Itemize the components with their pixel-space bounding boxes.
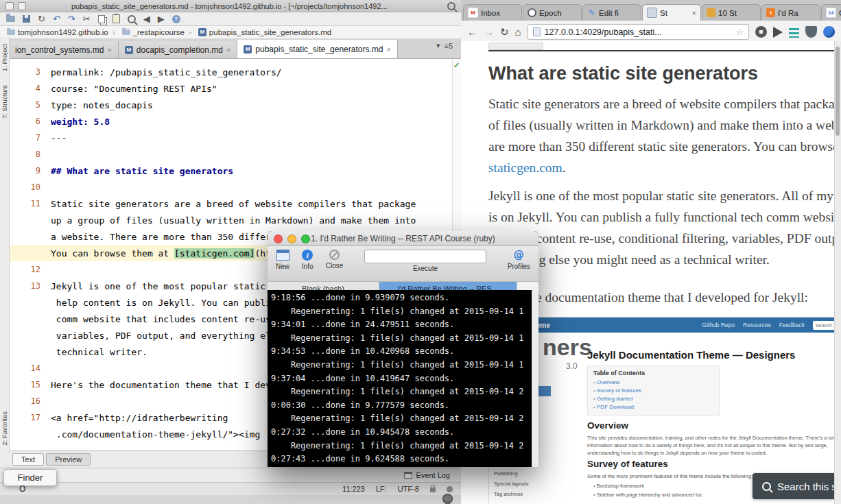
terminal-title-bar[interactable]: 1. I'd Rather Be Writing -- REST API Cou… [268, 231, 538, 246]
redo-icon[interactable]: ↷ [68, 14, 75, 23]
event-log-label[interactable]: Event Log [416, 471, 450, 479]
code-text[interactable]: course: "Documenting REST APIs" [51, 84, 217, 94]
execute-input[interactable] [364, 250, 486, 263]
inspector-icon[interactable] [447, 486, 453, 492]
embed-sidebar-item: Special layouts [489, 479, 551, 489]
line-number: 6 [9, 117, 51, 126]
forward-icon[interactable]: → [484, 27, 494, 37]
embed-overview-heading: Overview [587, 420, 628, 431]
scrollbar-thumb[interactable] [836, 47, 840, 136]
editor-tab[interactable]: pubapis_static_site_generators.md × [237, 40, 398, 58]
profiles-button[interactable]: Profiles [508, 250, 530, 270]
execute-label: Execute [413, 265, 438, 272]
lock-icon[interactable] [430, 488, 436, 492]
embed-features-heading: Survey of features [587, 459, 668, 469]
tab-close-icon[interactable]: × [107, 46, 111, 54]
caret-position[interactable]: 11:223 [342, 485, 365, 493]
undo-icon[interactable]: ↶ [53, 14, 60, 23]
terminal-scrollbar[interactable] [532, 290, 538, 467]
mode-tab[interactable]: Text [12, 453, 44, 466]
search-icon[interactable] [447, 2, 455, 10]
info-button[interactable]: Info [302, 250, 313, 270]
shield-extension-icon[interactable] [805, 26, 817, 38]
staticgen-link[interactable]: staticgen.com [488, 160, 562, 175]
sync-icon[interactable]: ↻ [38, 14, 45, 23]
editor-tab[interactable]: docapis_completion.md × [119, 41, 238, 58]
terminal-output[interactable]: 9:18:56 ...done in 9.939079 seconds. Reg… [268, 290, 532, 467]
editor-row: up a group of files (usually written in … [9, 212, 452, 228]
address-bar[interactable]: 127.0.0.1:4029/pubapis_stati... ☆ [528, 24, 749, 40]
reload-icon[interactable]: ↻ [500, 27, 509, 37]
code-text[interactable]: <a href="http://idratherbewriting [51, 413, 228, 423]
code-text[interactable]: Static site generators are a breed of we… [51, 199, 416, 209]
inspection-ok-icon[interactable] [453, 61, 460, 70]
chevron-down-icon[interactable]: ▾ [436, 41, 440, 50]
minimize-window-icon[interactable] [287, 235, 296, 243]
home-icon[interactable]: ⌂ [515, 27, 521, 37]
forward-icon[interactable]: ▶ [158, 14, 165, 23]
back-icon[interactable]: ← [467, 27, 477, 37]
tool-window-structure[interactable]: 7: Structure [1, 85, 8, 119]
cut-icon[interactable]: ✂ [83, 14, 91, 23]
back-icon[interactable]: ◀ [143, 14, 150, 23]
tool-window-favorites[interactable]: 2: Favorites [1, 411, 8, 446]
help-icon[interactable] [172, 15, 180, 23]
editor-tab[interactable]: ion_control_systems.md × [9, 41, 119, 58]
code-text[interactable]: permalink: /pubapis_static_site_generato… [51, 67, 282, 77]
paste-icon[interactable] [112, 14, 120, 23]
save-icon[interactable] [23, 15, 30, 23]
globe-icon[interactable] [442, 494, 453, 504]
copy-icon[interactable] [98, 15, 105, 23]
browser-tab[interactable]: M Inbox [463, 4, 522, 21]
tab-close-icon[interactable]: × [226, 46, 230, 54]
browser-tab[interactable]: Edit fi [582, 4, 641, 21]
line-separator[interactable]: LF: [376, 485, 387, 493]
find-icon[interactable] [128, 15, 136, 23]
browser-tab[interactable]: i I'd Ra [761, 4, 820, 21]
globe-extension-icon[interactable] [823, 26, 835, 38]
terminal-line: Regenerating: 1 file(s) changed at 2015-… [271, 332, 529, 346]
url-text[interactable]: 127.0.0.1:4029/pubapis_stati... [545, 27, 662, 37]
tab-close-icon[interactable]: × [386, 45, 390, 53]
event-log-bar: Event Log [0, 468, 461, 482]
bookmark-star-icon[interactable]: ☆ [735, 27, 744, 37]
zoom-window-icon[interactable] [301, 235, 310, 243]
code-text[interactable]: weight: 5.8 [51, 117, 110, 127]
code-text[interactable]: up a group of files (usually written in … [51, 215, 416, 226]
editor-row: 7 --- [9, 130, 452, 146]
code-text[interactable]: .com/documentation-theme-jekyll/"><img [51, 429, 260, 440]
close-button[interactable]: Close [326, 250, 344, 269]
close-window-icon[interactable] [274, 235, 283, 243]
open-folder-icon[interactable] [6, 16, 15, 22]
tab-close-icon[interactable]: × [692, 9, 696, 17]
tool-window-project[interactable]: 1: Project [1, 44, 8, 71]
code-text[interactable]: type: notes_docapis [51, 100, 153, 110]
mode-tab[interactable]: Preview [46, 453, 91, 466]
breadcrumb-project[interactable]: tomjohnson1492.github.io [7, 28, 108, 36]
file-encoding[interactable]: UTF-8 [398, 485, 419, 493]
gear-extension-icon[interactable] [755, 26, 767, 38]
ide-title-bar[interactable]: pubapis_static_site_generators.md - tomj… [0, 0, 461, 12]
breadcrumb-file[interactable]: pubapis_static_site_generators.md [185, 28, 331, 36]
send-extension-icon[interactable] [773, 27, 783, 38]
code-text[interactable]: --- [51, 133, 67, 143]
tab-list-icon[interactable]: ≡5 [444, 42, 453, 50]
breadcrumb-folder[interactable]: _restapicourse [108, 28, 185, 36]
tool-window-bar: 1: Project 7: Structure 2: Favorites [0, 37, 10, 453]
code-text[interactable]: technical writer. [51, 347, 147, 357]
browser-tab[interactable]: 14 Goog [821, 4, 841, 21]
search-this-site-button[interactable]: Search this site [753, 473, 841, 499]
new-button[interactable]: New [276, 250, 289, 270]
line-number: 15 [9, 380, 51, 389]
browser-tab[interactable]: 10 St [702, 4, 761, 21]
terminal-window: 1. I'd Rather Be Writing -- REST API Cou… [268, 231, 538, 467]
editor-row: 9 ## What are static site generators [9, 163, 452, 179]
browser-tab[interactable]: St × [642, 4, 701, 21]
window-controls [274, 235, 310, 243]
event-log-icon[interactable] [404, 472, 412, 479]
code-text[interactable]: ## What are static site generators [51, 166, 233, 176]
filter-extension-icon[interactable] [789, 28, 799, 38]
browser-tab[interactable]: Epoch [523, 4, 582, 21]
browser-scrollbar[interactable] [834, 41, 841, 504]
editor-row: 8 [9, 146, 452, 163]
